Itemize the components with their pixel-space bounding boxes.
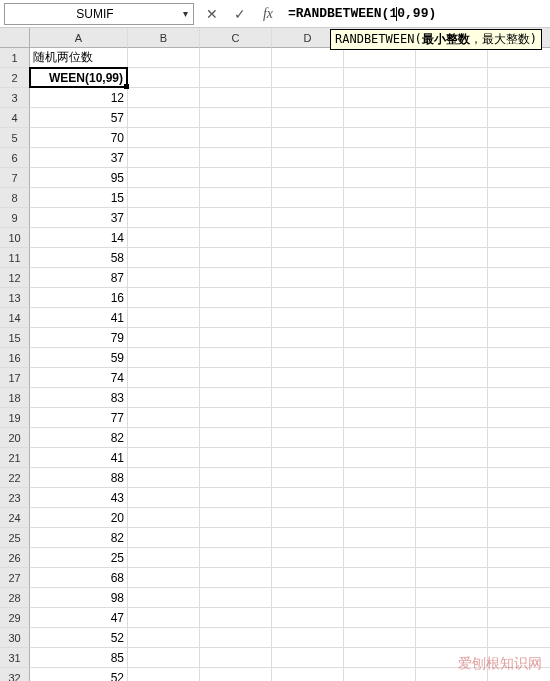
row-header[interactable]: 6	[0, 148, 30, 168]
cell[interactable]	[416, 588, 488, 608]
cell[interactable]	[272, 48, 344, 68]
cell[interactable]	[344, 228, 416, 248]
cell[interactable]	[488, 388, 550, 408]
cell[interactable]	[416, 528, 488, 548]
cell[interactable]	[488, 48, 550, 68]
cell[interactable]	[200, 88, 272, 108]
row-header[interactable]: 21	[0, 448, 30, 468]
cell[interactable]	[128, 228, 200, 248]
select-all-corner[interactable]	[0, 28, 30, 48]
cell[interactable]: 85	[30, 648, 128, 668]
row-header[interactable]: 22	[0, 468, 30, 488]
cell[interactable]	[200, 428, 272, 448]
cell[interactable]	[488, 428, 550, 448]
row-header[interactable]: 32	[0, 668, 30, 681]
cell[interactable]	[344, 448, 416, 468]
cell[interactable]	[128, 448, 200, 468]
cell[interactable]: 37	[30, 208, 128, 228]
cell[interactable]	[200, 508, 272, 528]
cell[interactable]: 14	[30, 228, 128, 248]
cell[interactable]	[128, 348, 200, 368]
cell[interactable]	[416, 348, 488, 368]
row-header[interactable]: 18	[0, 388, 30, 408]
cell[interactable]	[272, 408, 344, 428]
cell[interactable]	[488, 288, 550, 308]
cell[interactable]	[200, 128, 272, 148]
cell[interactable]	[200, 208, 272, 228]
cell[interactable]	[344, 108, 416, 128]
cell[interactable]	[344, 88, 416, 108]
cell[interactable]	[488, 368, 550, 388]
cell[interactable]	[344, 648, 416, 668]
cell[interactable]: 52	[30, 668, 128, 681]
cell[interactable]	[488, 188, 550, 208]
cell[interactable]	[416, 128, 488, 148]
cell[interactable]	[416, 608, 488, 628]
cell[interactable]: 25	[30, 548, 128, 568]
cell[interactable]	[344, 128, 416, 148]
cell[interactable]	[416, 408, 488, 428]
cell[interactable]	[272, 468, 344, 488]
cell[interactable]	[272, 368, 344, 388]
cell[interactable]	[344, 388, 416, 408]
cell[interactable]	[272, 588, 344, 608]
cell[interactable]	[488, 408, 550, 428]
cell[interactable]	[272, 528, 344, 548]
cell[interactable]: 52	[30, 628, 128, 648]
cell[interactable]	[344, 288, 416, 308]
cell[interactable]	[128, 268, 200, 288]
cell[interactable]: 47	[30, 608, 128, 628]
cell[interactable]	[488, 648, 550, 668]
row-header[interactable]: 16	[0, 348, 30, 368]
cell[interactable]	[488, 328, 550, 348]
cell[interactable]	[344, 468, 416, 488]
spreadsheet-grid[interactable]: 1234567891011121314151617181920212223242…	[0, 28, 550, 681]
cell[interactable]	[200, 68, 272, 88]
cell[interactable]: 83	[30, 388, 128, 408]
cell[interactable]	[200, 248, 272, 268]
cell[interactable]: 随机两位数	[30, 48, 128, 68]
cell[interactable]	[200, 488, 272, 508]
cell[interactable]	[488, 148, 550, 168]
cell[interactable]	[344, 548, 416, 568]
cell[interactable]	[416, 628, 488, 648]
cell[interactable]	[128, 368, 200, 388]
cell[interactable]	[200, 468, 272, 488]
cell[interactable]	[488, 448, 550, 468]
cell[interactable]: 20	[30, 508, 128, 528]
cell[interactable]	[416, 468, 488, 488]
cell[interactable]	[200, 368, 272, 388]
cell[interactable]	[416, 568, 488, 588]
cell[interactable]	[272, 608, 344, 628]
row-header[interactable]: 14	[0, 308, 30, 328]
cell[interactable]	[200, 648, 272, 668]
row-header[interactable]: 5	[0, 128, 30, 148]
cell[interactable]	[200, 628, 272, 648]
cell[interactable]	[200, 288, 272, 308]
cell[interactable]: 74	[30, 368, 128, 388]
row-header[interactable]: 17	[0, 368, 30, 388]
cell[interactable]	[488, 168, 550, 188]
cell[interactable]	[344, 48, 416, 68]
row-header[interactable]: 10	[0, 228, 30, 248]
row-header[interactable]: 2	[0, 68, 30, 88]
cell[interactable]	[344, 308, 416, 328]
cell[interactable]: 88	[30, 468, 128, 488]
cell[interactable]: 70	[30, 128, 128, 148]
row-header[interactable]: 4	[0, 108, 30, 128]
cell[interactable]	[272, 128, 344, 148]
cell[interactable]	[488, 668, 550, 681]
cell[interactable]: 43	[30, 488, 128, 508]
cell[interactable]	[200, 328, 272, 348]
cell[interactable]	[488, 68, 550, 88]
cell[interactable]	[416, 548, 488, 568]
cell[interactable]	[344, 568, 416, 588]
cell[interactable]	[128, 568, 200, 588]
cell[interactable]	[128, 68, 200, 88]
cell[interactable]	[200, 308, 272, 328]
cell[interactable]	[488, 488, 550, 508]
cell[interactable]	[488, 108, 550, 128]
cell[interactable]	[488, 268, 550, 288]
row-header[interactable]: 24	[0, 508, 30, 528]
row-header[interactable]: 19	[0, 408, 30, 428]
